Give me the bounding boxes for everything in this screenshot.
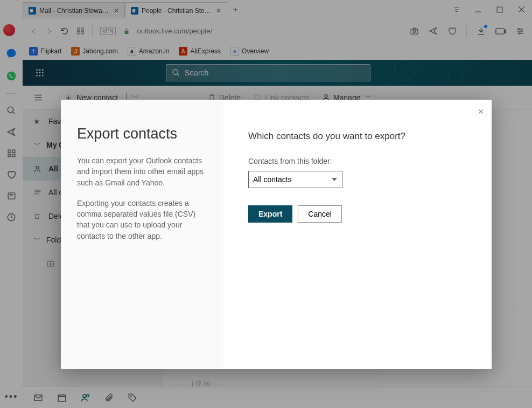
cancel-button[interactable]: Cancel	[298, 205, 342, 223]
close-dialog-button[interactable]: ✕	[478, 107, 484, 116]
dialog-title: Export contacts	[77, 126, 206, 142]
dialog-question: Which contacts do you want to export?	[248, 131, 466, 142]
dialog-description: You can export your Outlook contacts and…	[77, 155, 206, 188]
dialog-description: Exporting your contacts creates a comma …	[77, 198, 206, 241]
folder-select[interactable]: All contacts	[248, 171, 342, 188]
export-contacts-dialog: Export contacts You can export your Outl…	[61, 100, 492, 369]
export-button[interactable]: Export	[248, 205, 292, 223]
folder-label: Contacts from this folder:	[248, 157, 466, 165]
